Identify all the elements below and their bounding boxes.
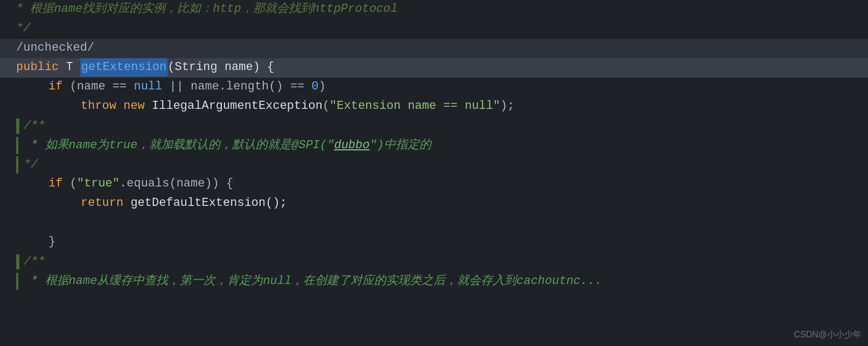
javadoc-start2-text: /** xyxy=(24,117,45,135)
code-line-return: return getDefaultExtension(); xyxy=(0,194,868,213)
keyword-public: public xyxy=(16,58,59,77)
return-value: getDefaultExtension(); xyxy=(130,194,286,212)
javadoc-end2-text: */ xyxy=(24,156,38,174)
method-name: getExtension xyxy=(80,58,167,77)
code-line-closing-brace: } xyxy=(0,233,868,252)
javadoc-comment2-text: * 如果name为true，就加载默认的，默认的就是@SPI(" xyxy=(24,136,334,155)
code-line-javadoc-comment3: * 根据name从缓存中查找，第一次，肯定为null，在创建了对应的实现类之后，… xyxy=(0,272,868,291)
code-line-unchecked: /unchecked/ xyxy=(0,39,868,58)
javadoc-comment3-text: * 根据name从缓存中查找，第一次，肯定为null，在创建了对应的实现类之后，… xyxy=(24,272,602,290)
keyword-new: new xyxy=(123,97,145,115)
javadoc-bar-start2 xyxy=(16,119,19,134)
if-null-condition xyxy=(62,78,69,96)
code-line-javadoc-comment2: * 如果name为true，就加载默认的，默认的就是@SPI(" dubbo "… xyxy=(0,136,868,155)
method-space2 xyxy=(73,58,80,77)
code-line-javadoc-start3: /** xyxy=(0,252,868,272)
code-line-if-null: if (name == null || name.length() == 0 ) xyxy=(0,78,868,97)
keyword-if-2: if xyxy=(48,175,62,193)
method-params: (String name) { xyxy=(167,58,274,77)
javadoc-bar-3 xyxy=(16,273,18,290)
keyword-if-1: if xyxy=(48,78,62,96)
throw-end: ); xyxy=(500,97,514,115)
throw-message: "Extension name == null" xyxy=(330,97,500,115)
code-line-javadoc-start2: /** xyxy=(0,116,868,136)
if-null-paren: (name == xyxy=(70,78,134,96)
true-string: "true" xyxy=(77,175,120,193)
throw-space1 xyxy=(116,97,123,115)
null-keyword: null xyxy=(134,78,162,96)
keyword-throw: throw xyxy=(81,97,116,115)
comment-close-1: */ xyxy=(16,19,30,38)
javadoc-bar-end2 xyxy=(16,156,18,174)
brace-close: } xyxy=(48,233,55,251)
javadoc-dubbo-link: dubbo xyxy=(334,136,369,155)
keyword-return: return xyxy=(81,194,123,212)
method-space1 xyxy=(59,58,66,77)
code-line-comment1: * 根据name找到对应的实例，比如：http，那就会找到httpProtoco… xyxy=(0,0,868,19)
javadoc-bar-2 xyxy=(16,137,18,154)
code-line-if-true: if ( "true" .equals(name)) { xyxy=(0,175,868,194)
comment-text-1: * 根据name找到对应的实例，比如：http，那就会找到httpProtoco… xyxy=(16,0,397,18)
code-line-empty xyxy=(0,213,868,233)
csdn-watermark: CSDN@小小少年 xyxy=(794,328,862,342)
javadoc-comment2-end: ")中指定的 xyxy=(369,136,431,155)
code-line-public-method: public T getExtension (String name) { xyxy=(0,58,868,78)
throw-space2 xyxy=(145,97,152,115)
empty-space xyxy=(16,213,23,232)
if-null-close: ) xyxy=(319,78,326,96)
javadoc-bar-start3 xyxy=(16,254,19,269)
zero-val: 0 xyxy=(312,78,319,96)
javadoc-start3-text: /** xyxy=(24,253,45,271)
code-line-javadoc-end2: */ xyxy=(0,155,868,175)
equals-method: .equals(name)) { xyxy=(120,175,233,193)
throw-paren: ( xyxy=(323,97,330,115)
unchecked-text: /unchecked/ xyxy=(16,39,94,57)
or-op: || name.length() == xyxy=(162,78,311,96)
code-viewer: * 根据name找到对应的实例，比如：http，那就会找到httpProtoco… xyxy=(0,0,868,346)
return-space xyxy=(123,194,130,212)
code-line-throw: throw new IllegalArgumentException ( "Ex… xyxy=(0,97,868,116)
if-true-space: ( xyxy=(62,175,76,193)
code-line-comment-close1: */ xyxy=(0,19,868,39)
method-type: T xyxy=(66,58,73,77)
exception-class: IllegalArgumentException xyxy=(152,97,323,115)
